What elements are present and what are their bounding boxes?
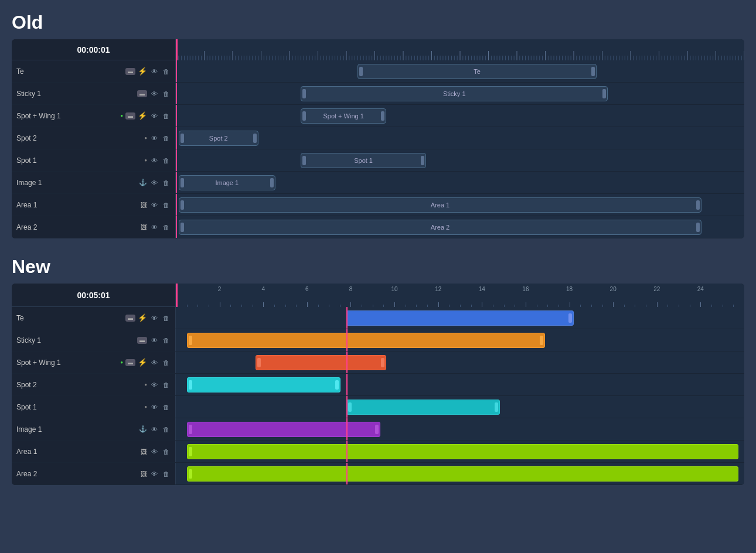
trash-icon[interactable]: 🗑 [161, 156, 171, 165]
track-area-sticky1-new [176, 329, 744, 351]
track-label-te-new: Te ▬ ⚡ 👁 🗑 [12, 307, 176, 329]
clip-spotwing1-new[interactable] [256, 355, 386, 370]
track-area2-old: Area 2 🖼 👁 🗑 Area 2 [12, 216, 744, 238]
eye-icon[interactable]: 👁 [149, 223, 159, 232]
track-spotwing1-old: Spot + Wing 1 ● ▬ ⚡ 👁 🗑 Spot + Wing 1 [12, 105, 744, 127]
track-label-spot1-new: Spot 1 ● 👁 🗑 [12, 396, 176, 418]
track-area-sticky1-old: Sticky 1 [176, 83, 744, 104]
eye-icon[interactable]: 👁 [149, 111, 159, 121]
eye-icon[interactable]: 👁 [149, 447, 159, 456]
track-area-area1-new [176, 441, 744, 462]
eye-icon[interactable]: 👁 [149, 380, 159, 390]
eye-icon[interactable]: 👁 [149, 425, 159, 434]
trash-icon[interactable]: 🗑 [161, 425, 171, 434]
trash-icon[interactable]: 🗑 [161, 67, 171, 76]
track-area-spot2-new [176, 374, 744, 395]
track-area1-new: Area 1 🖼 👁 🗑 [12, 441, 744, 463]
trash-icon[interactable]: 🗑 [161, 358, 171, 367]
track-label-spot2-old: Spot 2 ● 👁 🗑 [12, 127, 176, 149]
new-ruler: 24681012141618202224 [176, 284, 744, 307]
old-section: Old 00:00:01 /* SVG ticks rendered via J… [12, 12, 744, 238]
track-label-spotwing1-old: Spot + Wing 1 ● ▬ ⚡ 👁 🗑 [12, 105, 176, 127]
trash-icon[interactable]: 🗑 [161, 336, 171, 345]
trash-icon[interactable]: 🗑 [161, 89, 171, 98]
clip-te-new[interactable] [346, 310, 574, 326]
eye-icon[interactable]: 👁 [149, 67, 159, 76]
trash-icon[interactable]: 🗑 [161, 313, 171, 323]
track-area-spot1-old: Spot 1 [176, 149, 744, 171]
track-label-spot2-new: Spot 2 ● 👁 🗑 [12, 374, 176, 395]
old-timecode: 00:00:01 [12, 39, 176, 60]
clip-spot1-old[interactable]: Spot 1 [301, 153, 425, 168]
track-area-spot1-new [176, 396, 744, 418]
track-area-image1-old: Image 1 [176, 172, 744, 193]
trash-icon[interactable]: 🗑 [161, 380, 171, 390]
clip-area1-old[interactable]: Area 1 [179, 197, 701, 213]
clip-area2-new[interactable] [187, 466, 738, 482]
eye-icon[interactable]: 👁 [149, 89, 159, 98]
track-sticky1-old: Sticky 1 ▬ 👁 🗑 Sticky 1 [12, 83, 744, 105]
clip-sticky1-new[interactable] [187, 333, 545, 348]
eye-icon[interactable]: 👁 [149, 336, 159, 345]
track-spot1-old: Spot 1 ● 👁 🗑 Spot 1 [12, 149, 744, 172]
eye-icon[interactable]: 👁 [149, 156, 159, 165]
trash-icon[interactable]: 🗑 [161, 469, 171, 479]
clip-area2-old[interactable]: Area 2 [179, 220, 701, 235]
track-area-spotwing1-new [176, 351, 744, 373]
eye-icon[interactable]: 👁 [149, 402, 159, 412]
track-area-spot2-old: Spot 2 [176, 127, 744, 149]
trash-icon[interactable]: 🗑 [161, 223, 171, 232]
track-area2-new: Area 2 🖼 👁 🗑 [12, 463, 744, 485]
clip-te-old[interactable]: Te [357, 64, 596, 79]
old-timeline: 00:00:01 /* SVG ticks rendered via JS be… [12, 39, 744, 238]
clip-area1-new[interactable] [187, 444, 738, 459]
new-timecode: 00:05:01 [12, 284, 176, 306]
track-area-area1-old: Area 1 [176, 194, 744, 216]
track-spot1-new: Spot 1 ● 👁 🗑 [12, 396, 744, 418]
clip-spot2-old[interactable]: Spot 2 [179, 131, 258, 146]
eye-icon[interactable]: 👁 [149, 134, 159, 143]
track-label-sticky1-new: Sticky 1 ▬ 👁 🗑 [12, 329, 176, 351]
clip-spot2-new[interactable] [187, 377, 340, 392]
track-label-area1-new: Area 1 🖼 👁 🗑 [12, 441, 176, 462]
trash-icon[interactable]: 🗑 [161, 447, 171, 456]
track-label-area1-old: Area 1 🖼 👁 🗑 [12, 194, 176, 216]
trash-icon[interactable]: 🗑 [161, 134, 171, 143]
old-title: Old [12, 12, 744, 33]
track-spot2-old: Spot 2 ● 👁 🗑 Spot 2 [12, 127, 744, 149]
trash-icon[interactable]: 🗑 [161, 402, 171, 412]
eye-icon[interactable]: 👁 [149, 200, 159, 210]
track-label-spotwing1-new: Spot + Wing 1 ● ▬ ⚡ 👁 🗑 [12, 351, 176, 373]
eye-icon[interactable]: 👁 [149, 313, 159, 323]
new-timeline: 00:05:01 24681012141618202224 Te ▬ ⚡ 👁 🗑 [12, 284, 744, 485]
clip-image1-old[interactable]: Image 1 [179, 175, 275, 190]
track-sticky1-new: Sticky 1 ▬ 👁 🗑 [12, 329, 744, 351]
eye-icon[interactable]: 👁 [149, 469, 159, 479]
new-section: New 00:05:01 24681012141618202224 Te ▬ ⚡ [12, 256, 744, 485]
old-ruler: /* SVG ticks rendered via JS below */ [176, 39, 744, 60]
track-label-area2-new: Area 2 🖼 👁 🗑 [12, 463, 176, 484]
track-area1-old: Area 1 🖼 👁 🗑 Area 1 [12, 194, 744, 216]
eye-icon[interactable]: 👁 [149, 358, 159, 367]
clip-spot1-new[interactable] [346, 400, 500, 415]
old-header: 00:00:01 /* SVG ticks rendered via JS be… [12, 39, 744, 60]
track-label-image1-old: Image 1 ⚓ 👁 🗑 [12, 172, 176, 193]
track-area-te-old: Te [176, 60, 744, 82]
trash-icon[interactable]: 🗑 [161, 178, 171, 187]
clip-spotwing1-old[interactable]: Spot + Wing 1 [301, 108, 386, 124]
track-spot2-new: Spot 2 ● 👁 🗑 [12, 374, 744, 396]
eye-icon[interactable]: 👁 [149, 178, 159, 187]
trash-icon[interactable]: 🗑 [161, 200, 171, 210]
new-title: New [12, 256, 744, 278]
clip-image1-new[interactable] [187, 422, 380, 437]
clip-sticky1-old[interactable]: Sticky 1 [301, 86, 608, 101]
track-label-sticky1-old: Sticky 1 ▬ 👁 🗑 [12, 83, 176, 104]
track-label-area2-old: Area 2 🖼 👁 🗑 [12, 216, 176, 238]
track-te-old: Te ▬ ⚡ 👁 🗑 Te [12, 60, 744, 83]
track-image1-new: Image 1 ⚓ 👁 🗑 [12, 418, 744, 441]
trash-icon[interactable]: 🗑 [161, 111, 171, 121]
new-header: 00:05:01 24681012141618202224 [12, 284, 744, 307]
track-area-area2-new [176, 463, 744, 484]
track-image1-old: Image 1 ⚓ 👁 🗑 Image 1 [12, 172, 744, 194]
track-te-new: Te ▬ ⚡ 👁 🗑 [12, 307, 744, 329]
